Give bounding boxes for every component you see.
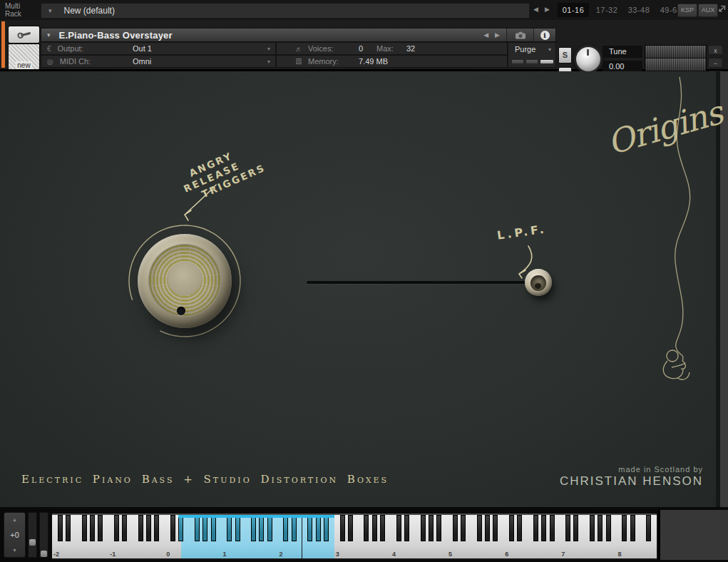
black-key[interactable]: [533, 515, 538, 541]
minimize-button[interactable]: −: [708, 58, 723, 68]
black-key[interactable]: [541, 515, 546, 541]
black-key[interactable]: [66, 515, 71, 541]
black-key[interactable]: [364, 515, 369, 541]
tab-01-16[interactable]: 01-16: [558, 3, 589, 17]
instrument-next-button[interactable]: ▶: [495, 31, 500, 39]
purge-menu[interactable]: Purge ▾: [508, 42, 556, 68]
black-key[interactable]: [251, 515, 256, 541]
black-key[interactable]: [573, 515, 578, 541]
tab-33-48[interactable]: 33-48: [623, 3, 655, 17]
keyboard-scrollbar-1[interactable]: [28, 512, 37, 558]
solo-button[interactable]: S: [558, 47, 572, 63]
keyboard-keys[interactable]: -2-1012345678: [52, 514, 657, 560]
black-key[interactable]: [82, 515, 87, 541]
black-key[interactable]: [307, 515, 312, 541]
aux-button[interactable]: AUX: [698, 4, 718, 17]
output-dropdown-icon[interactable]: ▾: [267, 46, 270, 52]
black-key[interactable]: [461, 515, 466, 541]
midi-channel-select[interactable]: ◎ MIDI Ch: Omni ▾: [41, 55, 276, 68]
midi-dropdown-icon[interactable]: ▾: [267, 58, 270, 65]
black-key[interactable]: [598, 515, 603, 541]
black-key[interactable]: [517, 515, 522, 541]
transpose-control[interactable]: ▲ +0 ▼: [4, 512, 26, 558]
black-key[interactable]: [170, 515, 175, 541]
transpose-down-icon[interactable]: ▼: [12, 548, 17, 553]
black-key[interactable]: [292, 515, 297, 541]
snapshot-view-button[interactable]: [506, 29, 534, 41]
black-key[interactable]: [630, 515, 635, 541]
tune-knob[interactable]: [574, 45, 603, 73]
black-key[interactable]: [485, 515, 490, 541]
black-key[interactable]: [178, 515, 183, 541]
lpf-slider-track[interactable]: [307, 281, 530, 284]
keyboard-scrollbar-2[interactable]: [39, 512, 48, 558]
black-key[interactable]: [622, 515, 627, 541]
lpf-slider-knob[interactable]: [525, 269, 552, 296]
transpose-up-icon[interactable]: ▲: [12, 517, 17, 522]
transpose-value[interactable]: +0: [10, 531, 19, 539]
black-key[interactable]: [493, 515, 498, 541]
black-key[interactable]: [267, 515, 272, 541]
black-key[interactable]: [565, 515, 570, 541]
black-key[interactable]: [98, 515, 103, 541]
black-key[interactable]: [324, 515, 329, 541]
instrument-prev-button[interactable]: ◀: [483, 31, 488, 39]
black-key[interactable]: [477, 515, 482, 541]
black-key[interactable]: [453, 515, 458, 541]
black-key[interactable]: [606, 515, 611, 541]
black-key[interactable]: [316, 515, 321, 541]
black-key[interactable]: [348, 515, 353, 541]
black-key[interactable]: [404, 515, 409, 541]
tools-button[interactable]: [8, 26, 40, 44]
new-instrument-button[interactable]: new: [8, 44, 40, 70]
info-view-button[interactable]: i: [534, 29, 555, 41]
camera-icon: [515, 31, 526, 39]
scroll-handle[interactable]: [41, 551, 47, 557]
octave-label: -1: [110, 551, 116, 558]
black-key[interactable]: [283, 515, 288, 541]
black-key[interactable]: [396, 515, 401, 541]
collapse-arrow-icon[interactable]: ▾: [47, 31, 51, 39]
black-key[interactable]: [58, 515, 63, 541]
black-key[interactable]: [646, 515, 651, 541]
black-key[interactable]: [372, 515, 377, 541]
multi-rack-line2: Rack: [5, 10, 21, 18]
black-key[interactable]: [429, 515, 434, 541]
black-key[interactable]: [227, 515, 232, 541]
black-key[interactable]: [211, 515, 216, 541]
black-key[interactable]: [509, 515, 514, 541]
black-key[interactable]: [421, 515, 426, 541]
close-button[interactable]: x: [708, 45, 723, 55]
black-key[interactable]: [146, 515, 151, 541]
black-key[interactable]: [436, 515, 441, 541]
ksp-button[interactable]: KSP: [677, 4, 697, 17]
instrument-title-bar[interactable]: ▾ E.Piano-Bass Overstayer ◀ ▶ i: [41, 28, 556, 42]
black-key[interactable]: [550, 515, 555, 541]
page-next-button[interactable]: ▶: [545, 6, 550, 13]
black-key[interactable]: [202, 515, 207, 541]
black-key[interactable]: [340, 515, 345, 541]
black-key[interactable]: [90, 515, 95, 541]
highlight-strip: [178, 515, 334, 518]
max-voices-value[interactable]: 32: [406, 44, 415, 53]
output-select[interactable]: € Output: Out 1 ▾: [41, 42, 276, 55]
black-key[interactable]: [259, 515, 264, 541]
black-key[interactable]: [138, 515, 143, 541]
black-key[interactable]: [235, 515, 240, 541]
minimize-view-icon[interactable]: [717, 5, 726, 14]
page-prev-button[interactable]: ◀: [533, 6, 538, 13]
black-key[interactable]: [114, 515, 119, 541]
black-key[interactable]: [195, 515, 200, 541]
preset-dropdown[interactable]: ▾ New (default): [41, 3, 530, 19]
tab-17-32[interactable]: 17-32: [591, 3, 622, 17]
scroll-handle[interactable]: [29, 539, 36, 546]
rack-header: new ▾ E.Piano-Bass Overstayer ◀ ▶ i: [0, 20, 728, 71]
black-key[interactable]: [154, 515, 159, 541]
voices-icon: ♬: [295, 45, 302, 53]
black-key[interactable]: [590, 515, 595, 541]
black-key[interactable]: [122, 515, 127, 541]
release-triggers-knob[interactable]: [138, 234, 232, 328]
purge-label: Purge: [515, 45, 535, 53]
black-key[interactable]: [380, 515, 385, 541]
octave-label: 3: [336, 551, 339, 558]
